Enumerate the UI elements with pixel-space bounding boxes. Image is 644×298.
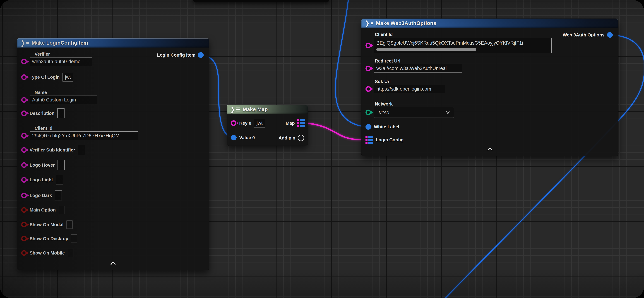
make-map-icon: ❯ [230,106,240,113]
pin-row-name: Auth0 Custom Login [21,96,97,104]
pin-label-show-on-modal: Show On Modal [30,222,64,227]
pin-row-network: CYAN v [366,107,454,118]
pin-type-of-login[interactable] [21,74,27,80]
node-collapse-button[interactable]: ^ [17,261,209,268]
blueprint-graph-canvas[interactable]: ❯ Make LoginConfigItem Login Config Item… [0,0,644,298]
pin-label-show-on-desktop: Show On Desktop [30,236,68,241]
output-pin-row-web3auth-options: Web 3Auth Options [563,30,613,40]
output-pin-login-config-item[interactable] [198,52,204,58]
node-header-make-map[interactable]: ❯ Make Map [227,105,308,114]
node-make-web3authoptions[interactable]: ❯ Make Web3AuthOptions Web 3Auth Options… [362,18,618,156]
pin-label-verifier-sub-identifier: Verifier Sub Identifier [30,148,75,152]
verifier-input[interactable]: web3auth-auth0-demo [30,57,92,66]
logo-light-input[interactable] [56,175,63,185]
pin-label-name: Name [34,90,47,95]
pin-description[interactable] [21,110,27,116]
pin-main-option[interactable] [21,207,27,213]
pin-value0[interactable] [231,135,236,140]
node-header-make-web3authoptions[interactable]: ❯ Make Web3AuthOptions [362,18,618,28]
pin-white-label[interactable] [366,124,371,130]
pin-row-key0: Key 0 jwt [231,118,265,128]
pin-logo-hover[interactable] [21,162,27,168]
output-pin-label: Login Config Item [157,52,196,58]
pin-show-on-desktop[interactable] [21,236,27,242]
pin-label-key0: Key 0 [239,121,251,126]
add-pin-row: Add pin + [278,133,304,142]
output-pin-label: Web 3Auth Options [563,32,604,38]
pin-logo-light[interactable] [21,177,27,183]
node-header-make-login-config-item[interactable]: ❯ Make LoginConfigItem [17,38,209,48]
pin-label-client-id: Client Id [34,126,52,131]
pin-label-main-option: Main Option [30,208,56,212]
pin-row-verifier: web3auth-auth0-demo [21,57,92,66]
pin-row-white-label: White Label [366,122,399,132]
pin-client-id[interactable] [21,133,27,138]
key0-input[interactable]: jwt [254,119,265,128]
pin-row-logo-hover: Logo Hover [21,160,65,170]
dropdown-chevron-icon: v [446,110,450,115]
pin-label-client-id: Client Id [375,32,392,37]
pin-verifier[interactable] [21,59,27,64]
pin-label-network: Network [375,102,392,106]
collapse-chevron-icon: ^ [110,261,116,267]
node-make-login-config-item[interactable]: ❯ Make LoginConfigItem Login Config Item… [17,38,209,270]
show-on-desktop-checkbox[interactable] [71,234,77,243]
pin-label-value0: Value 0 [239,135,255,140]
pin-label-white-label: White Label [374,124,399,130]
network-dropdown-value: CYAN [379,110,389,114]
output-pin-label-map: Map [286,121,295,126]
main-option-checkbox[interactable] [58,206,65,214]
logo-dark-input[interactable] [55,190,62,200]
pin-row-client-id: BEglQSgt4cUWcj6SKRdu5QkOXTsePmMcusG5EAoy… [366,38,552,53]
pin-label-login-config: Login Config [376,137,404,142]
node-collapse-button[interactable]: ^ [362,147,618,153]
add-pin-plus-icon[interactable]: + [298,135,304,141]
pin-key0[interactable] [231,120,236,126]
network-dropdown[interactable]: CYAN v [374,107,454,118]
client-id-input[interactable]: BEglQSgt4cUWcj6SKRdu5QkOXTsePmMcusG5EAoy… [374,38,552,53]
type-of-login-input[interactable]: jwt [62,73,74,82]
pin-row-verifier-sub-identifier: Verifier Sub Identifier [21,145,85,155]
logo-hover-input[interactable] [58,160,65,170]
pin-row-show-on-modal: Show On Modal [21,220,73,229]
pin-client-id[interactable] [366,43,371,48]
make-struct-icon: ❯ [20,40,29,46]
show-on-mobile-checkbox[interactable] [68,249,74,257]
node-make-map[interactable]: ❯ Make Map Key 0 jwt Map Value 0 Add pin… [227,105,308,146]
pin-row-redirect-url: w3a://com.w3a.Web3AuthUnreal [366,64,462,73]
pin-network[interactable] [366,110,371,115]
pin-redirect-url[interactable] [366,66,371,71]
verifier-sub-identifier-input[interactable] [78,145,85,155]
pin-sdk-url[interactable] [366,86,371,92]
pin-label-logo-hover: Logo Hover [30,162,55,168]
output-pin-row-map: Map [286,118,305,128]
pin-label-verifier: Verifier [34,52,50,57]
pin-row-main-option: Main Option [21,205,65,214]
pin-label-logo-dark: Logo Dark [30,193,52,198]
pin-row-show-on-mobile: Show On Mobile [21,248,74,258]
sdk-url-input[interactable]: https://sdk.openlogin.com [374,85,445,93]
pin-verifier-sub-identifier[interactable] [21,147,27,153]
pin-row-login-config: Login Config [366,135,404,144]
pin-row-sdk-url: https://sdk.openlogin.com [366,85,445,93]
map-grid-pin-icon[interactable] [366,136,373,144]
client-id-horizontal-scrollbar[interactable] [376,48,476,51]
pin-logo-dark[interactable] [21,193,27,198]
client-id-input[interactable]: 294QRkchfq2YaXUbPri7D6PH7xzHgQMT [30,132,138,140]
node-title: Make LoginConfigItem [32,40,88,46]
pin-show-on-modal[interactable] [21,222,27,228]
node-title: Make Map [243,106,268,112]
map-grid-pin-icon[interactable] [297,119,305,127]
pin-name[interactable] [21,97,27,103]
description-input[interactable] [57,108,64,118]
output-pin-web3auth-options[interactable] [607,32,613,38]
redirect-url-input[interactable]: w3a://com.w3a.Web3AuthUnreal [374,64,462,73]
pin-label-description: Description [30,111,54,116]
pin-row-description: Description [21,108,64,118]
output-pin-row-login-config-item: Login Config Item [157,50,204,60]
pin-row-logo-light: Logo Light [21,175,63,185]
pin-show-on-mobile[interactable] [21,250,27,256]
make-struct-icon: ❯ [365,20,374,26]
show-on-modal-checkbox[interactable] [66,220,73,229]
name-input[interactable]: Auth0 Custom Login [30,96,97,104]
